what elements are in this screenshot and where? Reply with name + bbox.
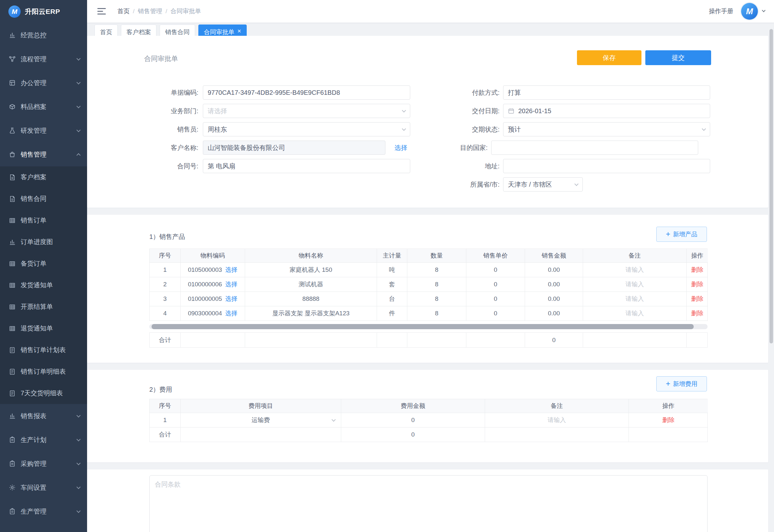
bar-chart-icon (9, 32, 16, 39)
contract-no-label: 合同号: (124, 162, 203, 171)
chevron-down-icon (76, 461, 81, 465)
delete-row-link[interactable]: 删除 (691, 280, 703, 289)
remark-input[interactable] (588, 310, 681, 317)
sidebar-item-sales-order-detail[interactable]: 销售订单明细表 (0, 361, 87, 382)
province-select[interactable]: 天津市 / 市辖区 (503, 177, 583, 192)
delivery-date-input[interactable]: 2026-01-15 (503, 104, 710, 118)
department-select[interactable]: 请选择 (203, 104, 410, 118)
customer-label: 客户名称: (124, 143, 203, 152)
sidebar-menu: 经营总控 流程管理 办公管理 料品档案 研发管理 销售管理 (0, 23, 87, 532)
sidebar-item-workshop-settings[interactable]: 车间设置 (0, 476, 87, 499)
chevron-down-icon (402, 127, 406, 131)
payment-label: 付款方式: (429, 88, 503, 97)
close-icon[interactable]: × (237, 28, 241, 34)
table-header-cell: 费用金额 (341, 399, 485, 413)
delete-row-link[interactable]: 删除 (691, 266, 703, 274)
sidebar-item-production-mgmt[interactable]: 生产管理 (0, 499, 87, 523)
sidebar-item-sales-report[interactable]: 销售报表 (0, 404, 87, 428)
tab-home[interactable]: 首页 (94, 25, 118, 36)
sidebar-item-business-control[interactable]: 经营总控 (0, 23, 87, 47)
chevron-down-icon[interactable] (762, 8, 765, 12)
breadcrumb: 首页 / 销售管理 / 合同审批单 (117, 7, 201, 15)
sidebar-item-sales-order[interactable]: 销售订单 (0, 210, 87, 231)
plus-icon: + (666, 231, 670, 237)
sidebar-item-purchase-mgmt[interactable]: 采购管理 (0, 452, 87, 476)
manual-link[interactable]: 操作手册 (709, 7, 733, 15)
chevron-down-icon (76, 104, 81, 108)
address-input[interactable] (503, 159, 710, 173)
dest-country-input[interactable] (491, 141, 698, 155)
delete-row-link[interactable]: 删除 (691, 309, 703, 318)
horizontal-scrollbar-track[interactable] (149, 324, 708, 329)
sidebar-item-shipping-notice[interactable]: 发货通知单 (0, 274, 87, 296)
table-header-cell: 销售单价 (466, 249, 525, 263)
shopping-bag-icon (9, 151, 16, 158)
form-row: 合同号: 地址: (124, 159, 768, 173)
sidebar-item-rnd-mgmt[interactable]: 研发管理 (0, 119, 87, 143)
remark-input[interactable] (588, 281, 681, 288)
material-select-link[interactable]: 选择 (225, 266, 237, 274)
fees-table: 序号 费用项目 费用金额 备注 操作 1 运输费 0 (149, 399, 708, 442)
contract-terms-textarea[interactable] (149, 475, 708, 532)
doc-code-input[interactable] (203, 85, 410, 100)
save-button[interactable]: 保存 (577, 50, 641, 65)
sidebar-item-customer-archive[interactable]: 客户档案 (0, 166, 87, 188)
sidebar-item-office-mgmt[interactable]: 办公管理 (0, 71, 87, 95)
sidebar-item-process-mgmt[interactable]: 流程管理 (0, 47, 87, 71)
total-amount: 0 (341, 428, 485, 442)
add-product-button[interactable]: + 新增产品 (656, 227, 707, 242)
sidebar-item-sales-order-plan[interactable]: 销售订单计划表 (0, 339, 87, 361)
add-fee-button[interactable]: + 新增费用 (656, 376, 707, 391)
breadcrumb-home[interactable]: 首页 (117, 7, 130, 15)
remark-input[interactable] (588, 266, 681, 273)
remark-input[interactable] (588, 295, 681, 302)
sidebar-item-sales-contract[interactable]: 销售合同 (0, 188, 87, 210)
salesman-select[interactable]: 周桂东 (203, 122, 410, 136)
tab-customer-archive[interactable]: 客户档案 (121, 25, 156, 36)
customer-select-link[interactable]: 选择 (394, 143, 407, 152)
tab-contract-approval[interactable]: 合同审批单 × (198, 25, 247, 36)
remark-input[interactable] (491, 417, 623, 424)
payment-input[interactable] (503, 85, 710, 100)
sidebar-item-materials-archive[interactable]: 料品档案 (0, 95, 87, 119)
contract-no-input[interactable] (203, 159, 410, 173)
sidebar-item-production-report[interactable]: 生产报表 (0, 523, 87, 532)
sidebar-item-delivery-7day-detail[interactable]: 7天交货明细表 (0, 382, 87, 404)
tab-sales-contract[interactable]: 销售合同 (160, 25, 195, 36)
table-header-cell: 序号 (150, 399, 181, 413)
fee-item-select[interactable]: 运输费 (183, 416, 338, 424)
vertical-scrollbar[interactable] (769, 29, 773, 343)
chevron-down-icon (574, 182, 579, 186)
sidebar-item-stock-prep-order[interactable]: 备货订单 (0, 253, 87, 274)
breadcrumb-separator: / (165, 8, 167, 15)
horizontal-scrollbar-thumb[interactable] (152, 324, 694, 329)
table-header-cell: 物料编码 (181, 249, 245, 263)
delete-row-link[interactable]: 删除 (691, 295, 703, 303)
material-select-link[interactable]: 选择 (225, 309, 237, 318)
table-header-cell: 备注 (485, 399, 629, 413)
sidebar-item-order-progress[interactable]: 订单进度图 (0, 231, 87, 253)
sales-submenu: 客户档案 销售合同 销售订单 订单进度图 备货订单 发货通知单 (0, 166, 87, 404)
document-icon (9, 195, 16, 202)
avatar[interactable]: M (741, 3, 758, 20)
delivery-status-select[interactable]: 预计 (503, 122, 710, 136)
sidebar-item-sales-mgmt[interactable]: 销售管理 (0, 143, 87, 166)
workflow-icon (9, 55, 16, 63)
sidebar-item-production-plan[interactable]: 生产计划 (0, 428, 87, 452)
delete-row-link[interactable]: 删除 (662, 416, 675, 424)
sidebar-item-invoice-settlement[interactable]: 开票结算单 (0, 296, 87, 318)
material-select-link[interactable]: 选择 (225, 280, 237, 289)
material-select-link[interactable]: 选择 (225, 295, 237, 303)
submit-button[interactable]: 提交 (645, 50, 711, 65)
menu-toggle-icon[interactable] (97, 7, 106, 15)
table-icon (9, 282, 16, 289)
chevron-down-icon (76, 437, 81, 441)
table-icon (9, 260, 16, 267)
sidebar-item-return-notice[interactable]: 退货通知单 (0, 318, 87, 339)
flask-icon (9, 127, 16, 134)
delivery-date-label: 交付日期: (429, 107, 503, 115)
products-table-header: 序号 物料编码 物料名称 主计量 数量 销售单价 销售金额 备注 操作 (150, 249, 707, 263)
table-header-cell: 销售金额 (525, 249, 583, 263)
breadcrumb-section[interactable]: 销售管理 (138, 7, 162, 15)
bar-chart-icon (9, 412, 16, 419)
